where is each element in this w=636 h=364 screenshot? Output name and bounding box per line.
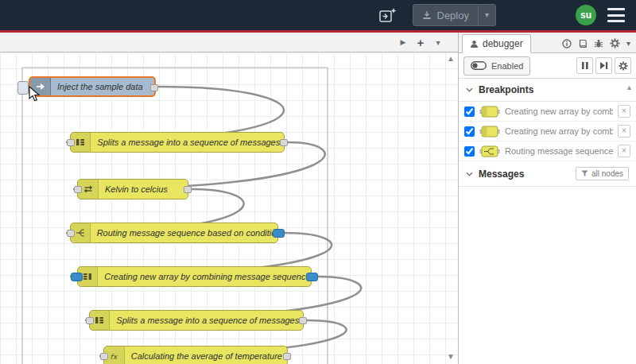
info-icon bbox=[562, 39, 572, 48]
input-port[interactable] bbox=[100, 353, 108, 360]
sidebar-tab-bar: debugger ▾ bbox=[459, 33, 636, 53]
node-label: Splits a message into a sequence of mess… bbox=[91, 137, 284, 147]
mini-node-icon bbox=[479, 145, 500, 157]
workspace-tab-bar: ▶ + ▾ bbox=[0, 33, 458, 52]
deploy-icon bbox=[422, 10, 432, 20]
output-port[interactable] bbox=[280, 139, 288, 146]
node-red-editor: Deploy ▾ su ▶ + ▾ bbox=[0, 0, 636, 364]
step-button[interactable] bbox=[595, 57, 612, 74]
deploy-button-main[interactable]: Deploy bbox=[413, 10, 478, 21]
chevron-down-icon bbox=[466, 172, 473, 176]
pause-button[interactable] bbox=[576, 57, 593, 74]
output-port[interactable] bbox=[299, 317, 307, 324]
breakpoint-marker[interactable] bbox=[306, 273, 318, 281]
remove-breakpoint-button[interactable]: × bbox=[618, 105, 630, 118]
plus-icon: + bbox=[417, 36, 425, 49]
messages-filter-label: all nodes bbox=[591, 169, 623, 178]
input-port[interactable] bbox=[67, 139, 75, 146]
debugger-toolbar: Enabled bbox=[459, 53, 636, 79]
node-split-2[interactable]: Splits a message into a sequence of mess… bbox=[89, 310, 304, 331]
deploy-label: Deploy bbox=[437, 10, 469, 21]
node-join[interactable]: Creating new array by combining message … bbox=[77, 266, 312, 287]
person-icon bbox=[470, 40, 479, 48]
chevron-down-icon: ▾ bbox=[485, 10, 489, 19]
breakpoint-checkbox[interactable] bbox=[464, 106, 475, 117]
node-label: Inject the sample data bbox=[51, 82, 149, 91]
config-tab-button[interactable] bbox=[610, 38, 620, 48]
enabled-label: Enabled bbox=[491, 61, 523, 71]
help-tab-button[interactable] bbox=[578, 39, 588, 48]
inject-icon bbox=[30, 78, 51, 95]
bug-icon bbox=[594, 39, 603, 48]
input-port[interactable] bbox=[67, 230, 75, 237]
gear-icon bbox=[610, 38, 620, 48]
output-port[interactable] bbox=[283, 353, 291, 360]
breakpoint-checkbox[interactable] bbox=[464, 126, 475, 137]
funnel-icon bbox=[581, 170, 588, 177]
deploy-button[interactable]: Deploy ▾ bbox=[413, 4, 497, 26]
chevron-down-icon bbox=[466, 87, 473, 92]
node-function-kelvin[interactable]: Kelvin to celcius bbox=[77, 179, 188, 199]
input-port[interactable] bbox=[74, 186, 82, 193]
breakpoint-label: Routing message sequence based on condit… bbox=[505, 146, 613, 156]
node-label: Routing message sequence based on condit… bbox=[91, 228, 277, 238]
canvas-scroll-up[interactable]: ▲ bbox=[447, 54, 455, 63]
toggle-on-icon bbox=[471, 61, 487, 70]
messages-title: Messages bbox=[479, 168, 524, 180]
breakpoint-row: Creating new array by combining message … bbox=[459, 122, 636, 141]
messages-filter-button[interactable]: all nodes bbox=[576, 167, 629, 180]
add-flow-button[interactable]: + bbox=[413, 36, 428, 49]
mini-node-icon bbox=[479, 126, 500, 137]
main-menu-button[interactable] bbox=[607, 8, 625, 22]
debugger-content: ▲ Breakpoints Creating new array by comb… bbox=[459, 79, 636, 364]
debug-tab-button[interactable] bbox=[594, 39, 603, 48]
export-flow-button[interactable] bbox=[374, 5, 401, 25]
tab-debugger[interactable]: debugger bbox=[462, 34, 531, 53]
flow-list-button[interactable]: ▾ bbox=[431, 38, 445, 47]
node-label: Creating new array by combining message … bbox=[98, 272, 311, 281]
export-flow-icon bbox=[378, 7, 398, 24]
output-port[interactable] bbox=[184, 186, 192, 193]
node-label: Splits a message into a sequence of mess… bbox=[110, 316, 303, 325]
step-forward-icon bbox=[599, 61, 608, 70]
breakpoint-checkbox[interactable] bbox=[464, 146, 475, 157]
flow-canvas[interactable]: Inject the sample data Splits a message … bbox=[0, 52, 458, 364]
breakpoint-label: Creating new array by combining message … bbox=[505, 106, 613, 116]
output-port[interactable] bbox=[150, 84, 158, 91]
chevron-down-icon: ▾ bbox=[626, 39, 630, 48]
node-switch[interactable]: Routing message sequence based on condit… bbox=[70, 223, 278, 243]
hamburger-icon bbox=[607, 8, 625, 10]
breakpoints-title: Breakpoints bbox=[479, 84, 533, 95]
info-tab-button[interactable] bbox=[562, 39, 572, 48]
sidebar-tabs-menu-button[interactable]: ▾ bbox=[626, 39, 630, 48]
debugger-enabled-toggle[interactable]: Enabled bbox=[463, 56, 530, 76]
node-inject[interactable]: Inject the sample data bbox=[29, 76, 156, 97]
node-label: Kelvin to celcius bbox=[99, 184, 174, 194]
header-bar: Deploy ▾ su bbox=[0, 0, 636, 30]
input-port[interactable] bbox=[86, 317, 94, 324]
pause-icon bbox=[581, 61, 589, 70]
remove-breakpoint-button[interactable]: × bbox=[618, 125, 630, 137]
remove-breakpoint-button[interactable]: × bbox=[618, 145, 630, 157]
tab-scroll-right-button[interactable]: ▶ bbox=[396, 38, 410, 46]
inject-trigger-button[interactable] bbox=[17, 81, 29, 95]
sidebar: debugger ▾ Enabled bbox=[458, 33, 636, 364]
breakpoint-marker[interactable] bbox=[71, 273, 83, 281]
debugger-settings-button[interactable] bbox=[615, 57, 631, 74]
canvas-scroll-down[interactable]: ▼ bbox=[447, 352, 455, 361]
user-avatar[interactable]: su bbox=[576, 5, 596, 25]
node-function-average[interactable]: fx Calculating the average of temperatur… bbox=[103, 346, 288, 364]
mini-node-icon bbox=[479, 106, 500, 118]
breakpoints-section-header[interactable]: Breakpoints bbox=[459, 79, 636, 102]
sidebar-scroll-up[interactable]: ▲ bbox=[626, 83, 633, 91]
node-split-1[interactable]: Splits a message into a sequence of mess… bbox=[70, 132, 285, 153]
deploy-options-caret[interactable]: ▾ bbox=[478, 6, 495, 25]
play-icon: ▶ bbox=[401, 38, 406, 46]
tab-debugger-label: debugger bbox=[483, 38, 523, 49]
messages-section-header[interactable]: Messages all nodes bbox=[459, 161, 636, 187]
breakpoint-label: Creating new array by combining message … bbox=[505, 126, 613, 136]
debugger-toolbar-right bbox=[576, 57, 631, 74]
breakpoint-marker[interactable] bbox=[273, 229, 285, 238]
svg-text:fx: fx bbox=[111, 353, 118, 361]
breakpoint-row: Routing message sequence based on condit… bbox=[459, 141, 636, 161]
